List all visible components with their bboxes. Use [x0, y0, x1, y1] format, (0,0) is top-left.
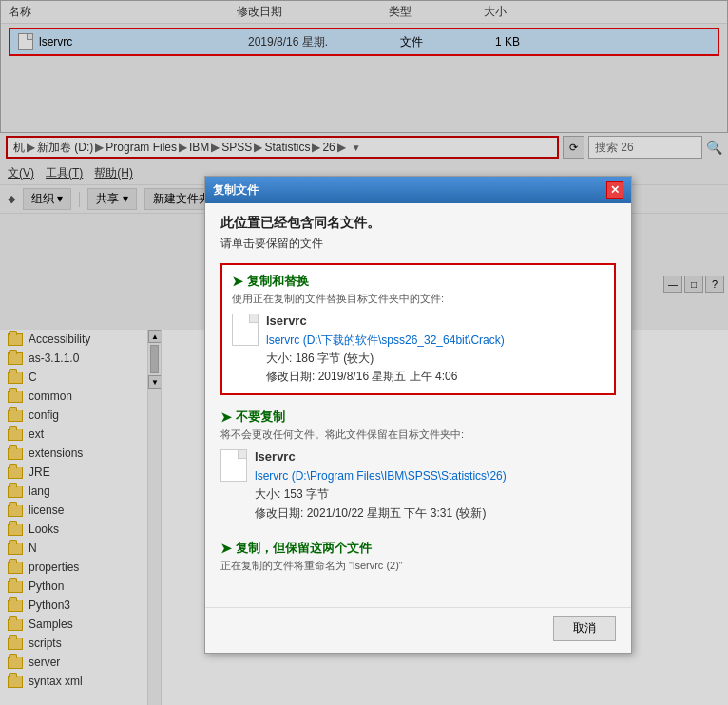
option2-title: ➤ 不要复制 [220, 409, 616, 426]
option-no-copy[interactable]: ➤ 不要复制 将不会更改任何文件。将此文件保留在目标文件夹中: lservrc … [220, 405, 616, 525]
copy-dialog: 复制文件 ✕ 此位置已经包含同名文件。 请单击要保留的文件 ➤ 复制和替换 使用… [204, 176, 632, 654]
dialog-title: 复制文件 [213, 182, 259, 199]
option2-file-icon [220, 449, 247, 482]
option1-file-size: 大小: 186 字节 (较大) [266, 350, 505, 368]
option1-file-date: 修改日期: 2019/8/16 星期五 上午 4:06 [266, 368, 505, 386]
option2-file-date: 修改日期: 2021/10/22 星期五 下午 3:31 (较新) [255, 505, 507, 523]
option3-title: ➤ 复制，但保留这两个文件 [220, 540, 616, 557]
option2-desc: 将不会更改任何文件。将此文件保留在目标文件夹中: [220, 428, 616, 442]
option-copy-replace[interactable]: ➤ 复制和替换 使用正在复制的文件替换目标文件夹中的文件: lservrc ls… [220, 263, 616, 395]
dialog-main-text: 此位置已经包含同名文件。 [220, 215, 616, 232]
option1-file-path: lservrc (D:\下载的软件\spss26_32_64bit\Crack) [266, 332, 505, 350]
dialog-title-bar: 复制文件 ✕ [205, 177, 631, 203]
option1-file-info: lservrc lservrc (D:\下载的软件\spss26_32_64bi… [266, 312, 505, 386]
option3-arrow: ➤ [220, 541, 232, 556]
option1-file-icon [232, 314, 259, 346]
dialog-sub-text: 请单击要保留的文件 [220, 236, 616, 252]
dialog-footer: 取消 [205, 607, 631, 653]
option2-file-name: lservrc [255, 448, 507, 467]
dialog-close-button[interactable]: ✕ [606, 181, 623, 199]
option1-title: ➤ 复制和替换 [232, 273, 604, 290]
option2-file-info: lservrc lservrc (D:\Program Files\IBM\SP… [255, 448, 507, 522]
option1-arrow: ➤ [232, 274, 243, 289]
option2-file-size: 大小: 153 字节 [255, 486, 507, 504]
option3-desc: 正在复制的文件将重命名为 "lservrc (2)" [220, 559, 616, 573]
cancel-button[interactable]: 取消 [553, 616, 616, 641]
option-keep-both[interactable]: ➤ 复制，但保留这两个文件 正在复制的文件将重命名为 "lservrc (2)" [220, 536, 616, 582]
option2-arrow: ➤ [220, 410, 232, 425]
dialog-body: 此位置已经包含同名文件。 请单击要保留的文件 ➤ 复制和替换 使用正在复制的文件… [205, 203, 631, 603]
option2-file-path: lservrc (D:\Program Files\IBM\SPSS\Stati… [255, 467, 507, 486]
option1-file-name: lservrc [266, 312, 505, 332]
option2-file-row: lservrc lservrc (D:\Program Files\IBM\SP… [220, 448, 616, 522]
option1-file-row: lservrc lservrc (D:\下载的软件\spss26_32_64bi… [232, 312, 604, 386]
dialog-overlay: 复制文件 ✕ 此位置已经包含同名文件。 请单击要保留的文件 ➤ 复制和替换 使用… [0, 0, 728, 705]
option1-desc: 使用正在复制的文件替换目标文件夹中的文件: [232, 292, 604, 306]
